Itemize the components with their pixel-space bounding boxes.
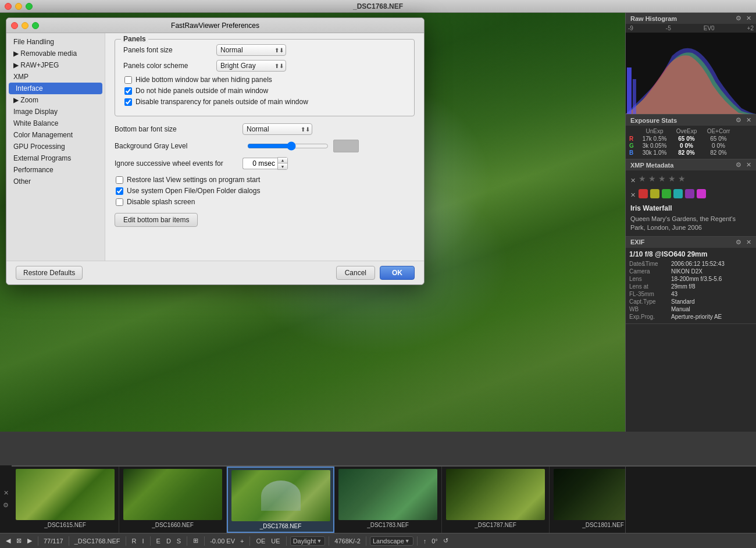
sidebar-item----raw-jpeg[interactable]: ▶ RAW+JPEG <box>6 59 105 71</box>
bottom-bar-font-size-select[interactable]: Normal Small Large <box>243 123 312 135</box>
exposure-settings-icon[interactable]: ⚙ <box>736 116 741 124</box>
disable-splash-checkbox[interactable] <box>116 198 123 206</box>
nav-next-button[interactable]: ▶ <box>25 536 34 546</box>
stepper-down-button[interactable]: ▼ <box>278 163 287 169</box>
xmp-settings-icon[interactable]: ⚙ <box>736 161 741 169</box>
exif-settings-icon[interactable]: ⚙ <box>736 239 741 246</box>
use-system-dialogs-checkbox[interactable] <box>116 187 123 195</box>
edit-bottom-bar-button[interactable]: Edit bottom bar items <box>115 213 198 227</box>
share-icon[interactable]: ↑ <box>421 536 429 546</box>
xmp-clear-color[interactable]: ✕ <box>630 191 639 199</box>
bottom-bar-font-size-select-wrapper[interactable]: Normal Small Large ⬆⬇ <box>243 123 312 135</box>
do-not-hide-label[interactable]: Do not hide panels outside of main windo… <box>135 87 268 95</box>
e-button[interactable]: E <box>154 536 163 546</box>
xmp-icons[interactable]: ⚙ ✕ <box>736 161 751 169</box>
font-size-select-wrapper[interactable]: Normal Small Large ⬆⬇ <box>216 44 286 56</box>
sidebar-item-xmp[interactable]: XMP <box>6 71 105 83</box>
color-green[interactable] <box>662 189 671 198</box>
nav-home-button[interactable]: ⊠ <box>14 536 24 546</box>
window-controls[interactable] <box>5 3 33 10</box>
histogram-icons[interactable]: ⚙ ✕ <box>736 15 751 22</box>
i-button[interactable]: I <box>140 536 146 546</box>
sidebar-item-gpu-processing[interactable]: GPU Processing <box>6 141 105 152</box>
film-item-_DSC1801-NEF[interactable]: _DSC1801.NEF <box>550 467 625 533</box>
film-item-_DSC1783-NEF[interactable]: _DSC1783.NEF <box>334 467 442 533</box>
sidebar-item-color-management[interactable]: Color Management <box>6 129 105 141</box>
exposure-stats-icons[interactable]: ⚙ ✕ <box>736 116 751 124</box>
sidebar-item-performance[interactable]: Performance <box>6 164 105 176</box>
color-red[interactable] <box>639 189 648 198</box>
ignore-wheel-stepper[interactable]: ▲ ▼ <box>243 157 288 170</box>
angle-reset-button[interactable]: ↺ <box>441 536 451 546</box>
ignore-wheel-input[interactable] <box>243 158 277 169</box>
ue-button[interactable]: UE <box>269 536 282 546</box>
fullscreen-button[interactable] <box>26 3 33 10</box>
color-scheme-select-wrapper[interactable]: Bright Gray Dark Black ⬆⬇ <box>216 60 286 72</box>
exif-close-icon[interactable]: ✕ <box>746 239 751 246</box>
xmp-close-icon[interactable]: ✕ <box>746 161 751 169</box>
histogram-close-icon[interactable]: ✕ <box>746 15 751 22</box>
film-item-_DSC1660-NEF[interactable]: _DSC1660.NEF <box>119 467 227 533</box>
left-close-icon[interactable]: ✕ <box>3 489 9 497</box>
left-settings-icon[interactable]: ⚙ <box>3 501 9 509</box>
close-button[interactable] <box>5 3 12 10</box>
star-2[interactable]: ★ <box>648 174 656 183</box>
rotate-icon[interactable]: ⊞ <box>191 536 201 546</box>
orientation-select-wrapper[interactable]: Landscape ▼ <box>370 536 413 546</box>
xmp-stars[interactable]: ★ ★ ★ ★ ★ <box>639 174 686 183</box>
color-teal[interactable] <box>673 189 683 198</box>
cancel-button[interactable]: Cancel <box>336 266 375 280</box>
restore-view-checkbox[interactable] <box>116 176 123 184</box>
ev-plus-button[interactable]: + <box>238 536 246 546</box>
nav-prev-button[interactable]: ◀ <box>3 536 13 546</box>
disable-transparency-checkbox[interactable] <box>124 98 132 106</box>
oe-button[interactable]: OE <box>254 536 268 546</box>
do-not-hide-checkbox[interactable] <box>124 87 132 95</box>
film-item-_DSC1615-NEF[interactable]: _DSC1615.NEF <box>12 467 119 533</box>
exposure-close-icon[interactable]: ✕ <box>746 116 751 124</box>
sidebar-item----removable-media[interactable]: ▶ Removable media <box>6 48 105 59</box>
xmp-clear-rating[interactable]: ✕ <box>630 177 639 184</box>
film-item-_DSC1768-NEF[interactable]: _DSC1768.NEF <box>227 467 334 533</box>
stepper-up-button[interactable]: ▲ <box>278 158 287 163</box>
exif-icons[interactable]: ⚙ ✕ <box>736 239 751 246</box>
hide-bottom-bar-checkbox[interactable] <box>124 76 132 84</box>
use-system-dialogs-label[interactable]: Use system Open File/Open Folder dialogs <box>127 187 260 195</box>
color-yellow[interactable] <box>650 189 659 198</box>
star-4[interactable]: ★ <box>668 174 676 183</box>
film-item-_DSC1787-NEF[interactable]: _DSC1787.NEF <box>442 467 550 533</box>
sidebar-item----zoom[interactable]: ▶ Zoom <box>6 94 105 106</box>
wb-select-wrapper[interactable]: Daylight ▼ <box>290 536 326 546</box>
s-button[interactable]: S <box>174 536 183 546</box>
disable-transparency-label[interactable]: Disable transparency for panels outside … <box>135 98 308 106</box>
sidebar-item-external-programs[interactable]: External Programs <box>6 152 105 164</box>
restore-defaults-button[interactable]: Restore Defaults <box>16 266 83 280</box>
prefs-close-button[interactable] <box>11 22 18 29</box>
sidebar-item-other[interactable]: Other <box>6 176 105 187</box>
d-button[interactable]: D <box>164 536 173 546</box>
minimize-button[interactable] <box>15 3 22 10</box>
bg-gray-slider[interactable] <box>247 141 329 151</box>
wb-dropdown-button[interactable]: ▼ <box>316 538 322 544</box>
hide-bottom-bar-label[interactable]: Hide bottom window bar when hiding panel… <box>135 76 272 84</box>
color-purple[interactable] <box>685 189 694 198</box>
prefs-window-controls[interactable] <box>11 22 39 29</box>
restore-view-label[interactable]: Restore last View settings on program st… <box>127 176 260 184</box>
prefs-minimize-button[interactable] <box>22 22 28 29</box>
disable-splash-label[interactable]: Disable splash screen <box>127 198 195 206</box>
histogram-settings-icon[interactable]: ⚙ <box>736 15 741 22</box>
ok-button[interactable]: OK <box>380 266 415 280</box>
color-scheme-select[interactable]: Bright Gray Dark Black <box>216 60 286 72</box>
sidebar-item-white-balance[interactable]: White Balance <box>6 118 105 129</box>
sidebar-item-image-display[interactable]: Image Display <box>6 106 105 118</box>
r-button[interactable]: R <box>130 536 139 546</box>
star-1[interactable]: ★ <box>639 174 646 183</box>
star-5[interactable]: ★ <box>678 174 686 183</box>
color-magenta[interactable] <box>697 189 706 198</box>
orientation-dropdown-button[interactable]: ▼ <box>404 538 411 544</box>
star-3[interactable]: ★ <box>658 174 666 183</box>
sidebar-item-file-handling[interactable]: File Handling <box>6 36 105 48</box>
prefs-fullscreen-button[interactable] <box>32 22 39 29</box>
sidebar-item-interface[interactable]: Interface <box>9 83 102 94</box>
font-size-select[interactable]: Normal Small Large <box>216 44 286 56</box>
